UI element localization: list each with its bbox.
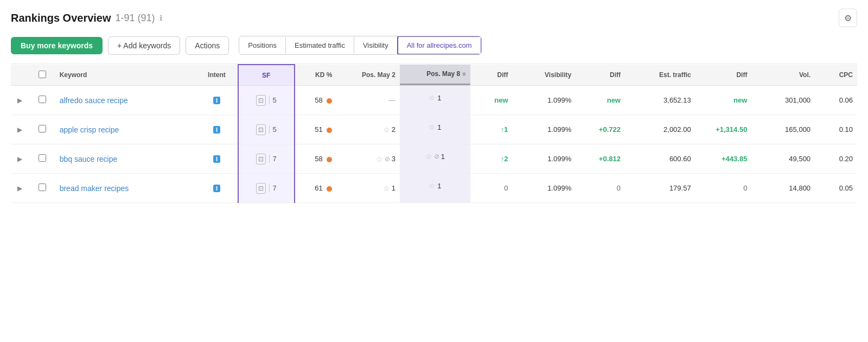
pos-may2-cell: —: [336, 86, 400, 115]
diff2-cell: 0: [576, 174, 625, 203]
keyword-link[interactable]: bread maker recipes: [60, 184, 129, 193]
filter-positions[interactable]: Positions: [239, 37, 286, 54]
diff3-value: new: [733, 96, 747, 104]
diff2-cell: new: [576, 86, 625, 115]
vol-value: 301,000: [785, 96, 810, 104]
row-checkbox[interactable]: [39, 154, 46, 162]
visibility-value: 1.099%: [547, 96, 571, 104]
actions-button[interactable]: Actions: [186, 36, 229, 55]
diff2-cell: +0.722: [576, 115, 625, 144]
keyword-link[interactable]: alfredo sauce recipe: [60, 96, 128, 105]
page-title: Rankings Overview: [11, 12, 111, 24]
filter-all-for-site[interactable]: All for allrecipes.com: [397, 36, 482, 55]
col-visibility: Visibility: [513, 65, 576, 86]
sort-icon[interactable]: ≡: [462, 71, 465, 77]
info-icon[interactable]: ℹ: [159, 14, 162, 22]
select-all-checkbox[interactable]: [39, 71, 46, 78]
pos-may2-cell: ☆2: [336, 115, 400, 144]
keyword-cell: bbq sauce recipe: [55, 144, 196, 174]
col-diff2: Diff: [576, 65, 625, 86]
filter-group: Positions Estimated traffic Visibility A…: [239, 36, 481, 55]
title-area: Rankings Overview 1-91 (91) ℹ: [11, 12, 162, 24]
row-checkbox[interactable]: [39, 183, 46, 191]
diff3-cell: +1,314.50: [695, 115, 752, 144]
vol-cell: 14,800: [751, 174, 815, 203]
checkbox-cell: [34, 86, 55, 115]
table-row: ▶ bread maker recipes I ⊡ 7 61 ☆1 ☆1 0 1…: [11, 174, 857, 203]
diff1-cell: ↑1: [470, 115, 513, 144]
row-checkbox[interactable]: [39, 125, 46, 132]
visibility-value: 1.099%: [547, 184, 571, 192]
sf-image-icon: ⊡: [256, 124, 266, 135]
est-traffic-cell: 2,002.00: [625, 115, 695, 144]
est-traffic-value: 179.57: [669, 184, 691, 192]
toolbar: Buy more keywords + Add keywords Actions…: [11, 36, 857, 55]
row-checkbox[interactable]: [39, 96, 46, 103]
diff1-cell: ↑2: [470, 144, 513, 174]
col-keyword: Keyword: [55, 65, 196, 86]
star-icon: ☆: [429, 181, 436, 190]
kd-dot: [327, 186, 332, 192]
keyword-link[interactable]: apple crisp recipe: [60, 125, 119, 134]
filter-estimated-traffic[interactable]: Estimated traffic: [286, 37, 354, 54]
checkbox-cell: [34, 144, 55, 174]
visibility-value: 1.099%: [547, 155, 571, 163]
intent-badge: I: [213, 185, 220, 192]
col-cpc: CPC: [815, 65, 857, 86]
sf-number: 5: [269, 125, 277, 134]
sf-cell: ⊡ 7: [238, 144, 295, 174]
vol-value: 49,500: [789, 155, 810, 163]
star-icon: ☆: [383, 184, 390, 193]
expand-button[interactable]: ▶: [15, 96, 24, 105]
vol-cell: 165,000: [751, 115, 815, 144]
col-vol: Vol.: [751, 65, 815, 86]
visibility-cell: 1.099%: [513, 144, 576, 174]
star-icon: ☆: [376, 155, 383, 163]
diff3-value: 0: [743, 184, 747, 192]
star-icon: ☆: [429, 123, 436, 131]
star-icon: ☆: [383, 125, 390, 134]
expand-button[interactable]: ▶: [15, 125, 24, 135]
intent-badge: I: [213, 126, 220, 134]
add-keywords-button[interactable]: + Add keywords: [108, 36, 180, 55]
expand-cell: ▶: [11, 115, 34, 144]
buy-keywords-button[interactable]: Buy more keywords: [11, 37, 103, 54]
col-est-traffic: Est. traffic: [625, 65, 695, 86]
keyword-link[interactable]: bbq sauce recipe: [60, 155, 118, 163]
diff3-cell: +443.85: [695, 144, 752, 174]
expand-button[interactable]: ▶: [15, 154, 24, 164]
diff2-value: new: [607, 96, 621, 104]
visibility-value: 1.099%: [547, 125, 571, 134]
expand-cell: ▶: [11, 144, 34, 174]
diff1-value: 0: [504, 184, 508, 192]
checkbox-cell: [34, 174, 55, 203]
est-traffic-value: 3,652.13: [663, 96, 691, 104]
kd-value: 58: [315, 155, 322, 163]
kd-cell: 61: [295, 174, 337, 203]
kd-dot: [327, 128, 332, 133]
diff2-value: +0.722: [599, 125, 621, 134]
star-icon: ☆: [425, 152, 432, 161]
settings-button[interactable]: ⚙: [839, 9, 857, 27]
expand-button[interactable]: ▶: [15, 183, 24, 193]
est-traffic-value: 600.60: [669, 155, 691, 163]
link-icon: ⊘: [385, 155, 390, 163]
table-row: ▶ alfredo sauce recipe I ⊡ 5 58 — ☆1 new…: [11, 86, 857, 115]
keyword-cell: apple crisp recipe: [55, 115, 196, 144]
visibility-cell: 1.099%: [513, 86, 576, 115]
star-icon: ☆: [429, 93, 436, 102]
cpc-value: 0.06: [839, 96, 853, 104]
est-traffic-cell: 3,652.13: [625, 86, 695, 115]
visibility-cell: 1.099%: [513, 115, 576, 144]
col-pos-may8: Pos. May 8 ≡: [400, 65, 470, 86]
sf-cell: ⊡ 5: [238, 86, 295, 115]
scroll-indicator: [400, 84, 470, 85]
kd-dot: [327, 157, 332, 162]
col-checkbox: [34, 65, 55, 86]
checkbox-cell: [34, 115, 55, 144]
filter-visibility[interactable]: Visibility: [354, 37, 398, 54]
kd-value: 58: [315, 96, 322, 104]
kd-cell: 58: [295, 144, 337, 174]
diff1-cell: new: [470, 86, 513, 115]
intent-cell: I: [196, 115, 238, 144]
